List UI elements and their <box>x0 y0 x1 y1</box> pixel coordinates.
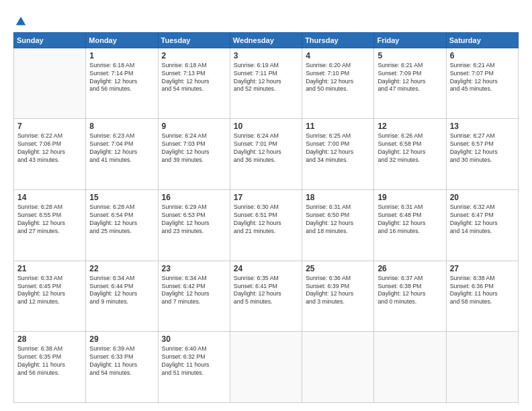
calendar-cell: 11Sunrise: 6:25 AM Sunset: 7:00 PM Dayli… <box>302 119 374 190</box>
day-number: 22 <box>89 264 154 273</box>
calendar-cell: 24Sunrise: 6:35 AM Sunset: 6:41 PM Dayli… <box>230 261 302 332</box>
day-info: Sunrise: 6:33 AM Sunset: 6:45 PM Dayligh… <box>17 275 82 307</box>
calendar-cell: 17Sunrise: 6:30 AM Sunset: 6:51 PM Dayli… <box>230 190 302 261</box>
day-info: Sunrise: 6:29 AM Sunset: 6:53 PM Dayligh… <box>162 203 226 236</box>
weekday-header: Monday <box>86 32 158 48</box>
day-info: Sunrise: 6:38 AM Sunset: 6:36 PM Dayligh… <box>450 275 515 307</box>
day-number: 21 <box>17 264 82 273</box>
calendar-cell: 13Sunrise: 6:27 AM Sunset: 6:57 PM Dayli… <box>446 119 518 190</box>
calendar-cell: 15Sunrise: 6:28 AM Sunset: 6:54 PM Dayli… <box>86 190 158 261</box>
day-number: 7 <box>17 122 82 131</box>
day-info: Sunrise: 6:24 AM Sunset: 7:03 PM Dayligh… <box>162 132 226 165</box>
day-number: 2 <box>162 51 226 60</box>
calendar-cell: 5Sunrise: 6:21 AM Sunset: 7:09 PM Daylig… <box>374 48 446 119</box>
day-info: Sunrise: 6:31 AM Sunset: 6:48 PM Dayligh… <box>378 203 442 236</box>
day-info: Sunrise: 6:24 AM Sunset: 7:01 PM Dayligh… <box>234 132 298 165</box>
calendar-cell: 14Sunrise: 6:28 AM Sunset: 6:55 PM Dayli… <box>14 190 86 261</box>
day-info: Sunrise: 6:20 AM Sunset: 7:10 PM Dayligh… <box>306 62 370 94</box>
calendar-cell: 20Sunrise: 6:32 AM Sunset: 6:47 PM Dayli… <box>446 190 518 261</box>
day-number: 24 <box>234 264 298 273</box>
calendar-cell: 26Sunrise: 6:37 AM Sunset: 6:38 PM Dayli… <box>374 261 446 332</box>
day-number: 10 <box>234 122 298 131</box>
weekday-header: Sunday <box>14 32 86 48</box>
calendar-header-row: SundayMondayTuesdayWednesdayThursdayFrid… <box>14 32 519 48</box>
calendar-cell <box>302 332 374 403</box>
day-number: 25 <box>306 264 370 273</box>
day-number: 3 <box>234 51 298 60</box>
day-info: Sunrise: 6:26 AM Sunset: 6:58 PM Dayligh… <box>378 132 442 165</box>
calendar-week-row: 1Sunrise: 6:18 AM Sunset: 7:14 PM Daylig… <box>14 48 519 119</box>
day-info: Sunrise: 6:21 AM Sunset: 7:09 PM Dayligh… <box>378 62 442 94</box>
header <box>13 12 519 27</box>
calendar-cell <box>446 332 518 403</box>
day-number: 19 <box>378 193 442 202</box>
calendar-cell: 16Sunrise: 6:29 AM Sunset: 6:53 PM Dayli… <box>158 190 230 261</box>
day-info: Sunrise: 6:25 AM Sunset: 7:00 PM Dayligh… <box>306 132 370 165</box>
calendar-cell: 8Sunrise: 6:23 AM Sunset: 7:04 PM Daylig… <box>86 119 158 190</box>
day-number: 6 <box>450 51 515 60</box>
calendar-cell: 4Sunrise: 6:20 AM Sunset: 7:10 PM Daylig… <box>302 48 374 119</box>
weekday-header: Wednesday <box>230 32 302 48</box>
day-number: 26 <box>378 264 442 273</box>
calendar-cell: 9Sunrise: 6:24 AM Sunset: 7:03 PM Daylig… <box>158 119 230 190</box>
day-number: 12 <box>378 122 442 131</box>
day-number: 28 <box>17 334 82 344</box>
calendar-cell: 12Sunrise: 6:26 AM Sunset: 6:58 PM Dayli… <box>374 119 446 190</box>
day-info: Sunrise: 6:34 AM Sunset: 6:44 PM Dayligh… <box>89 275 154 307</box>
calendar-week-row: 28Sunrise: 6:38 AM Sunset: 6:35 PM Dayli… <box>14 332 519 403</box>
calendar-cell: 2Sunrise: 6:18 AM Sunset: 7:13 PM Daylig… <box>158 48 230 119</box>
calendar-cell: 10Sunrise: 6:24 AM Sunset: 7:01 PM Dayli… <box>230 119 302 190</box>
logo <box>13 15 27 27</box>
calendar-week-row: 7Sunrise: 6:22 AM Sunset: 7:06 PM Daylig… <box>14 119 519 190</box>
day-info: Sunrise: 6:31 AM Sunset: 6:50 PM Dayligh… <box>306 203 370 236</box>
calendar-cell: 6Sunrise: 6:21 AM Sunset: 7:07 PM Daylig… <box>446 48 518 119</box>
calendar-cell: 1Sunrise: 6:18 AM Sunset: 7:14 PM Daylig… <box>86 48 158 119</box>
weekday-header: Tuesday <box>158 32 230 48</box>
calendar-cell: 28Sunrise: 6:38 AM Sunset: 6:35 PM Dayli… <box>14 332 86 403</box>
calendar-table: SundayMondayTuesdayWednesdayThursdayFrid… <box>13 32 519 403</box>
day-info: Sunrise: 6:32 AM Sunset: 6:47 PM Dayligh… <box>450 203 515 236</box>
weekday-header: Friday <box>374 32 446 48</box>
calendar-cell: 3Sunrise: 6:19 AM Sunset: 7:11 PM Daylig… <box>230 48 302 119</box>
svg-marker-0 <box>16 17 26 26</box>
day-info: Sunrise: 6:18 AM Sunset: 7:14 PM Dayligh… <box>89 62 154 94</box>
day-info: Sunrise: 6:23 AM Sunset: 7:04 PM Dayligh… <box>89 132 154 165</box>
day-number: 13 <box>450 122 515 131</box>
day-number: 20 <box>450 193 515 202</box>
logo-text <box>13 15 27 28</box>
day-info: Sunrise: 6:22 AM Sunset: 7:06 PM Dayligh… <box>17 132 82 165</box>
day-number: 11 <box>306 122 370 131</box>
calendar-page: SundayMondayTuesdayWednesdayThursdayFrid… <box>0 0 532 411</box>
day-info: Sunrise: 6:38 AM Sunset: 6:35 PM Dayligh… <box>17 345 82 377</box>
calendar-cell: 25Sunrise: 6:36 AM Sunset: 6:39 PM Dayli… <box>302 261 374 332</box>
day-info: Sunrise: 6:28 AM Sunset: 6:55 PM Dayligh… <box>17 203 82 236</box>
day-number: 16 <box>162 193 226 202</box>
calendar-cell <box>14 48 86 119</box>
day-info: Sunrise: 6:30 AM Sunset: 6:51 PM Dayligh… <box>234 203 298 236</box>
calendar-cell: 7Sunrise: 6:22 AM Sunset: 7:06 PM Daylig… <box>14 119 86 190</box>
calendar-cell <box>230 332 302 403</box>
calendar-cell: 21Sunrise: 6:33 AM Sunset: 6:45 PM Dayli… <box>14 261 86 332</box>
day-info: Sunrise: 6:40 AM Sunset: 6:32 PM Dayligh… <box>162 345 226 377</box>
weekday-header: Thursday <box>302 32 374 48</box>
calendar-cell: 29Sunrise: 6:39 AM Sunset: 6:33 PM Dayli… <box>86 332 158 403</box>
day-number: 17 <box>234 193 298 202</box>
day-number: 15 <box>89 193 154 202</box>
weekday-header: Saturday <box>446 32 518 48</box>
calendar-cell: 19Sunrise: 6:31 AM Sunset: 6:48 PM Dayli… <box>374 190 446 261</box>
day-number: 5 <box>378 51 442 60</box>
calendar-cell <box>374 332 446 403</box>
calendar-week-row: 21Sunrise: 6:33 AM Sunset: 6:45 PM Dayli… <box>14 261 519 332</box>
day-info: Sunrise: 6:34 AM Sunset: 6:42 PM Dayligh… <box>162 275 226 307</box>
day-number: 14 <box>17 193 82 202</box>
day-info: Sunrise: 6:39 AM Sunset: 6:33 PM Dayligh… <box>89 345 154 377</box>
day-info: Sunrise: 6:18 AM Sunset: 7:13 PM Dayligh… <box>162 62 226 94</box>
day-info: Sunrise: 6:28 AM Sunset: 6:54 PM Dayligh… <box>89 203 154 236</box>
day-info: Sunrise: 6:27 AM Sunset: 6:57 PM Dayligh… <box>450 132 515 165</box>
day-info: Sunrise: 6:36 AM Sunset: 6:39 PM Dayligh… <box>306 275 370 307</box>
day-info: Sunrise: 6:21 AM Sunset: 7:07 PM Dayligh… <box>450 62 515 94</box>
day-number: 30 <box>162 334 226 344</box>
day-number: 9 <box>162 122 226 131</box>
day-number: 4 <box>306 51 370 60</box>
calendar-cell: 30Sunrise: 6:40 AM Sunset: 6:32 PM Dayli… <box>158 332 230 403</box>
